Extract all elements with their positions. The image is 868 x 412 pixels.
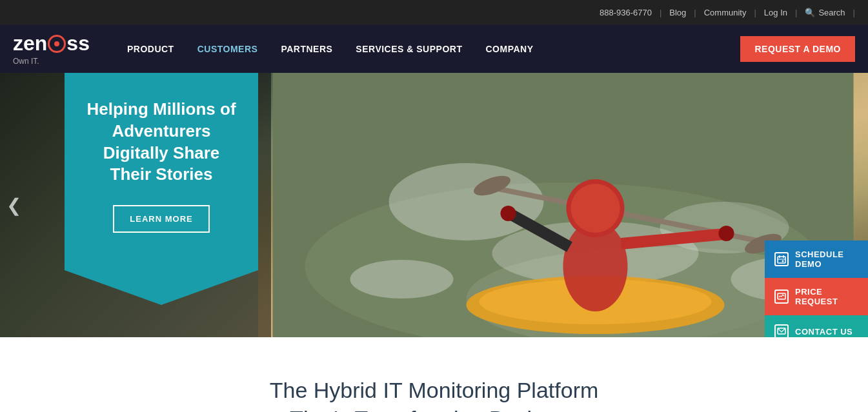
learn-more-button[interactable]: LEARN MORE bbox=[113, 205, 209, 233]
separator-1: | bbox=[660, 8, 661, 17]
content-title-line1: The Hybrid IT Monitoring Platform bbox=[270, 378, 599, 402]
content-title: The Hybrid IT Monitoring Platform That's… bbox=[13, 376, 855, 412]
price-request-label: PRICE REQUEST bbox=[795, 287, 858, 306]
search-icon: 🔍 bbox=[805, 8, 815, 17]
schedule-demo-button[interactable]: SCHEDULE DEMO bbox=[765, 240, 868, 278]
schedule-demo-icon bbox=[774, 252, 789, 266]
svg-point-15 bbox=[571, 184, 620, 233]
side-buttons: SCHEDULE DEMO PRICE REQUEST CONTACT US bbox=[765, 240, 868, 337]
nav-item-partners[interactable]: PARTNERS bbox=[269, 25, 344, 73]
separator-4: | bbox=[795, 8, 797, 17]
login-link[interactable]: Log In bbox=[764, 8, 787, 17]
search-area: 🔍 Search bbox=[805, 8, 845, 17]
separator-3: | bbox=[754, 8, 756, 17]
svg-point-18 bbox=[501, 206, 516, 221]
schedule-demo-label: SCHEDULE DEMO bbox=[795, 250, 858, 269]
price-request-icon bbox=[774, 289, 789, 304]
logo-suffix: ss bbox=[66, 32, 90, 55]
main-nav: zen ss Own IT. PRODUCT CUSTOMERS PARTNER… bbox=[0, 25, 868, 73]
nav-item-customers[interactable]: CUSTOMERS bbox=[186, 25, 270, 73]
blog-link[interactable]: Blog bbox=[669, 8, 686, 17]
nav-item-services[interactable]: SERVICES & SUPPORT bbox=[344, 25, 474, 73]
request-demo-button[interactable]: REQUEST A DEMO bbox=[740, 36, 855, 62]
content-title-line2: That's Transforming Business bbox=[290, 406, 578, 412]
hero-title: Helping Millions of Adventurers Digitall… bbox=[84, 99, 239, 186]
svg-point-3 bbox=[389, 163, 544, 240]
logo-dot bbox=[54, 41, 59, 46]
contact-us-icon bbox=[774, 324, 789, 337]
price-request-button[interactable]: PRICE REQUEST bbox=[765, 278, 868, 315]
svg-point-19 bbox=[719, 226, 734, 241]
phone-number: 888-936-6770 bbox=[600, 8, 652, 17]
nav-item-company[interactable]: COMPANY bbox=[474, 25, 545, 73]
contact-us-label: CONTACT US bbox=[795, 327, 853, 337]
logo-tagline: Own IT. bbox=[13, 57, 39, 66]
hero-section: ❮ Helping Millions of Adventurers Digita… bbox=[0, 73, 868, 337]
svg-point-24 bbox=[782, 260, 784, 262]
hero-content-box: Helping Millions of Adventurers Digitall… bbox=[65, 73, 258, 305]
search-link[interactable]: Search bbox=[818, 8, 845, 17]
svg-rect-20 bbox=[778, 257, 785, 263]
community-link[interactable]: Community bbox=[704, 8, 747, 17]
svg-point-6 bbox=[350, 260, 454, 299]
logo[interactable]: zen ss Own IT. bbox=[13, 32, 90, 66]
logo-prefix: zen bbox=[13, 32, 47, 55]
nav-links: PRODUCT CUSTOMERS PARTNERS SERVICES & SU… bbox=[116, 25, 741, 73]
separator-2: | bbox=[694, 8, 696, 17]
logo-text: zen ss bbox=[13, 32, 90, 55]
prev-slide-button[interactable]: ❮ bbox=[6, 195, 21, 216]
logo-o-icon bbox=[48, 35, 66, 53]
contact-us-button[interactable]: CONTACT US bbox=[765, 315, 868, 337]
top-bar: 888-936-6770 | Blog | Community | Log In… bbox=[0, 0, 868, 25]
nav-item-product[interactable]: PRODUCT bbox=[116, 25, 186, 73]
content-section: The Hybrid IT Monitoring Platform That's… bbox=[0, 337, 868, 412]
separator-5: | bbox=[853, 8, 855, 17]
